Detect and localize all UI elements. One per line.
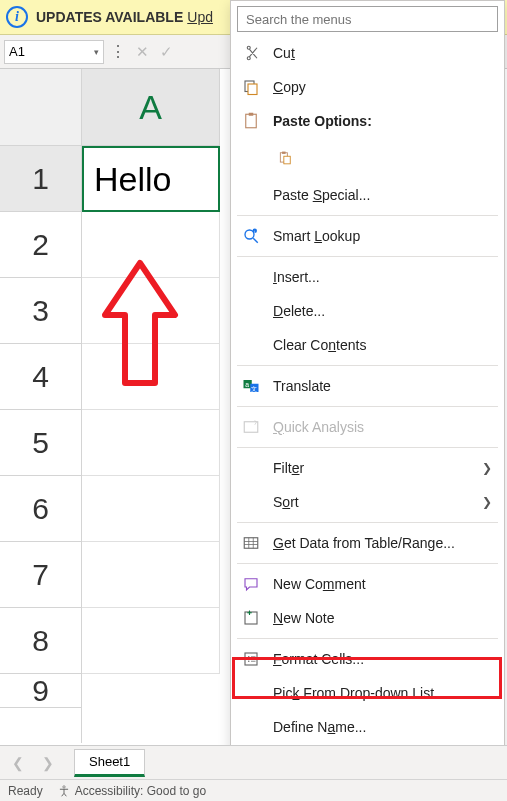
accessibility-label: Accessibility: Good to go [75,784,206,798]
menu-item-get-data[interactable]: Get Data from Table/Range... [231,526,504,560]
svg-point-29 [63,785,65,787]
copy-icon [241,77,261,97]
menu-label: Cut [273,45,295,61]
sheet-nav-next[interactable]: ❯ [38,751,58,775]
menu-item-insert[interactable]: Insert... [231,260,504,294]
svg-point-26 [248,661,250,663]
cell-A6[interactable] [82,476,220,542]
menu-label: Paste Special... [273,187,370,203]
row-header-2[interactable]: 2 [0,212,81,278]
row-header-8[interactable]: 8 [0,608,81,674]
updates-link[interactable]: Upd [187,9,213,25]
row-header-5[interactable]: 5 [0,410,81,476]
menu-search-wrap [237,6,498,32]
menu-item-copy[interactable]: Copy [231,70,504,104]
blank-icon [241,458,261,478]
svg-line-8 [253,238,258,243]
menu-item-sort[interactable]: Sort ❯ [231,485,504,519]
menu-label: Delete... [273,303,325,319]
col-header-A[interactable]: A [82,69,220,146]
status-ready: Ready [8,784,43,798]
format-cells-icon [241,649,261,669]
blank-icon [241,301,261,321]
svg-text:文: 文 [251,385,257,392]
scissors-icon [241,43,261,63]
blank-icon [241,492,261,512]
menu-item-filter[interactable]: Filter ❯ [231,451,504,485]
cancel-icon: ✕ [132,43,152,61]
menu-separator [237,256,498,257]
blank-icon [241,335,261,355]
chevron-right-icon: ❯ [482,461,492,475]
blank-icon [241,683,261,703]
sheet-tab-sheet1[interactable]: Sheet1 [74,749,145,777]
menu-separator [237,406,498,407]
menu-label: Translate [273,378,331,394]
clipboard-icon [241,111,261,131]
menu-label: Pick From Drop-down List... [273,685,446,701]
status-bar: Ready Accessibility: Good to go [0,779,507,801]
accessibility-status[interactable]: Accessibility: Good to go [57,784,206,798]
cell-A5[interactable] [82,410,220,476]
row-header-9[interactable]: 9 [0,674,81,708]
cell-A4[interactable] [82,344,220,410]
search-icon: i [241,226,261,246]
blank-icon [241,267,261,287]
updates-label: UPDATES AVAILABLE [36,9,183,25]
menu-separator [237,365,498,366]
menu-label: New Note [273,610,334,626]
svg-point-25 [248,656,250,658]
sheet-tabs-bar: ❮ ❯ Sheet1 [0,745,507,779]
table-icon [241,533,261,553]
menu-separator [237,215,498,216]
menu-label: Sort [273,494,299,510]
cell-A1[interactable]: Hello [82,146,220,212]
row-header-6[interactable]: 6 [0,476,81,542]
svg-rect-24 [245,653,257,665]
menu-item-translate[interactable]: a文 Translate [231,369,504,403]
svg-text:a: a [245,381,249,388]
menu-separator [237,638,498,639]
note-icon [241,608,261,628]
quick-analysis-icon [241,417,261,437]
menu-item-pick-list[interactable]: Pick From Drop-down List... [231,676,504,710]
cell-A8[interactable] [82,608,220,674]
vertical-dots-icon[interactable]: ⋮ [108,42,128,61]
svg-rect-21 [245,612,257,624]
sheet-nav-prev[interactable]: ❮ [8,751,28,775]
menu-item-quick-analysis: Quick Analysis [231,410,504,444]
menu-label: Format Cells... [273,651,364,667]
row-header-4[interactable]: 4 [0,344,81,410]
menu-search-input[interactable] [237,6,498,32]
cell-A3[interactable] [82,278,220,344]
chevron-down-icon[interactable]: ▾ [94,47,99,57]
menu-label: Get Data from Table/Range... [273,535,455,551]
paste-option-buttons [231,138,504,178]
row-header-1[interactable]: 1 [0,146,81,212]
paste-icon[interactable] [275,148,295,168]
menu-item-format-cells[interactable]: Format Cells... [231,642,504,676]
svg-rect-3 [249,113,254,116]
menu-item-define-name[interactable]: Define Name... [231,710,504,744]
menu-label: Smart Lookup [273,228,360,244]
menu-item-cut[interactable]: Cut [231,36,504,70]
menu-item-new-comment[interactable]: New Comment [231,567,504,601]
svg-rect-5 [282,152,286,154]
cell-A2[interactable] [82,212,220,278]
select-all-corner[interactable] [0,69,81,146]
row-header-7[interactable]: 7 [0,542,81,608]
menu-item-clear-contents[interactable]: Clear Contents [231,328,504,362]
info-icon: i [6,6,28,28]
chevron-right-icon: ❯ [482,495,492,509]
menu-separator [237,563,498,564]
name-box[interactable]: A1 ▾ [4,40,104,64]
menu-item-paste-special[interactable]: Paste Special... [231,178,504,212]
menu-item-delete[interactable]: Delete... [231,294,504,328]
menu-label: Paste Options: [273,113,372,129]
menu-label: New Comment [273,576,366,592]
menu-separator [237,522,498,523]
menu-item-new-note[interactable]: New Note [231,601,504,635]
cell-A7[interactable] [82,542,220,608]
menu-item-smart-lookup[interactable]: i Smart Lookup [231,219,504,253]
row-header-3[interactable]: 3 [0,278,81,344]
